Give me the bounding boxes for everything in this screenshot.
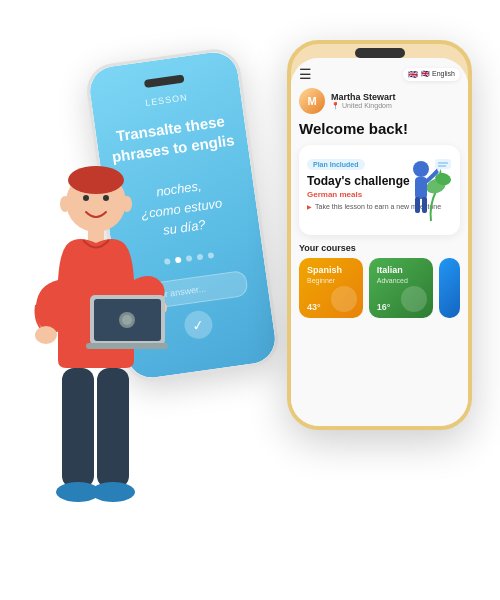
challenge-card[interactable]: Plan Included Today's challenge German m…: [299, 145, 460, 235]
dot-2: [174, 256, 181, 263]
location-icon: 📍: [331, 102, 340, 109]
avatar: M: [299, 88, 325, 114]
italian-progress: 16°: [377, 302, 391, 312]
svg-rect-27: [97, 368, 129, 488]
user-location: 📍 United Kingdom: [331, 102, 396, 110]
svg-rect-4: [415, 197, 420, 213]
user-row: M Martha Stewart 📍 United Kingdom: [299, 88, 460, 114]
course-partial: [439, 258, 461, 318]
svg-point-11: [401, 286, 427, 312]
dot-5: [207, 252, 214, 259]
phone-right: ☰ 🇬🇧 🇬🇧 English M Martha Stewart 📍: [287, 40, 472, 430]
svg-point-2: [413, 161, 429, 177]
lang-label: 🇬🇧 English: [421, 70, 455, 78]
svg-rect-6: [435, 159, 451, 169]
avatar-initial: M: [307, 95, 316, 107]
scene: Lesson Transalte these phrases to englis…: [0, 0, 500, 600]
course-spanish[interactable]: Spanish Beginner 43°: [299, 258, 363, 318]
courses-label: Your courses: [299, 243, 460, 253]
check-icon: ✓: [191, 316, 205, 334]
svg-point-29: [91, 482, 135, 502]
notch-right: [355, 48, 405, 58]
spanish-progress: 43°: [307, 302, 321, 312]
svg-point-10: [331, 286, 357, 312]
lesson-label: Lesson: [145, 92, 188, 108]
flag-icon: 🇬🇧: [408, 70, 418, 79]
svg-rect-18: [88, 228, 104, 243]
svg-rect-25: [86, 343, 168, 349]
course-italian[interactable]: Italian Advanced 16°: [369, 258, 433, 318]
svg-point-15: [103, 195, 109, 201]
svg-point-13: [68, 166, 124, 194]
language-selector[interactable]: 🇬🇧 🇬🇧 English: [403, 68, 460, 81]
svg-point-19: [35, 326, 57, 344]
courses-row: Spanish Beginner 43° Italian Advanced 16…: [299, 258, 460, 318]
check-button[interactable]: ✓: [182, 309, 214, 341]
topbar: ☰ 🇬🇧 🇬🇧 English: [299, 66, 460, 82]
welcome-text: Welcome back!: [299, 120, 460, 137]
dot-4: [196, 253, 203, 260]
spanish-title: Spanish: [307, 265, 355, 275]
person-illustration: [18, 140, 173, 570]
dot-3: [185, 255, 192, 262]
svg-rect-5: [422, 197, 427, 213]
svg-point-24: [122, 315, 132, 325]
challenge-badge: Plan Included: [307, 159, 365, 170]
italian-level: Advanced: [377, 277, 425, 284]
svg-point-17: [122, 196, 132, 212]
user-name: Martha Stewart: [331, 92, 396, 102]
svg-rect-26: [62, 368, 94, 488]
svg-point-16: [60, 196, 70, 212]
italian-title: Italian: [377, 265, 425, 275]
svg-point-14: [83, 195, 89, 201]
user-info: Martha Stewart 📍 United Kingdom: [331, 92, 396, 110]
menu-icon[interactable]: ☰: [299, 66, 312, 82]
notch-left: [143, 75, 184, 88]
challenge-figure: [401, 151, 456, 226]
spanish-level: Beginner: [307, 277, 355, 284]
